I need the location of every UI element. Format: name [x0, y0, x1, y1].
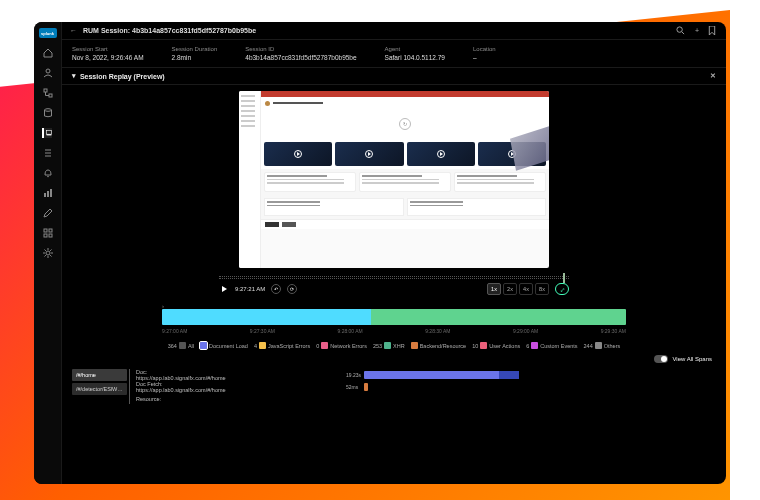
span-row[interactable]: Doc Fetch:https://app.lab0.signalfx.com/… — [136, 381, 716, 392]
legend-swatch — [480, 342, 487, 349]
svg-rect-11 — [49, 229, 52, 232]
span-tab[interactable]: /#/detector/ESlW… — [72, 383, 127, 395]
nav-user-icon[interactable] — [43, 68, 53, 78]
speed-8x[interactable]: 8x — [535, 283, 549, 295]
player-controls: 9:27:21 AM ↶ ⟳ 1x 2x 4x 8x ⤢ — [219, 283, 569, 295]
legend-count: 4 — [254, 343, 257, 349]
legend-item[interactable]: 10User Actions — [472, 342, 520, 349]
meta-agent-label: Agent — [385, 46, 445, 52]
timeline-ticks: 9:27:00 AM 9:27:30 AM 9:28:00 AM 9:28:30… — [162, 328, 626, 334]
top-bar: ← RUM Session: 4b3b14a857cc831fd5df52787… — [62, 22, 726, 40]
view-all-label: View All Spans — [672, 356, 712, 362]
tick: 9:28:30 AM — [425, 328, 450, 334]
play-button[interactable] — [219, 284, 229, 294]
legend-swatch — [321, 342, 328, 349]
speed-group: 1x 2x 4x 8x — [487, 283, 549, 295]
session-meta: Session StartNov 8, 2022, 9:26:46 AM Ses… — [62, 40, 726, 68]
span-duration: 52ms — [346, 384, 358, 390]
sidebar: splunk — [34, 22, 62, 484]
legend-swatch — [531, 342, 538, 349]
legend-item[interactable]: 6Custom Events — [526, 342, 577, 349]
fullscreen-button[interactable]: ⤢ — [555, 283, 569, 295]
legend-swatch — [411, 342, 418, 349]
meta-duration-value: 2.8min — [172, 54, 218, 61]
nav-settings-icon[interactable] — [43, 248, 53, 258]
page-title: RUM Session: 4b3b14a857cc831fd5df52787b0… — [83, 27, 256, 34]
legend-item[interactable]: 244Others — [584, 342, 621, 349]
nav-db-icon[interactable] — [43, 108, 53, 118]
section-title: Session Replay (Preview) — [80, 73, 165, 80]
nav-rum-icon[interactable] — [42, 128, 52, 138]
legend-item[interactable]: 4JavaScript Errors — [254, 342, 310, 349]
speed-1x[interactable]: 1x — [487, 283, 501, 295]
back-button[interactable]: ← — [70, 27, 77, 34]
legend-swatch — [259, 342, 266, 349]
view-all-row: View All Spans — [62, 353, 726, 365]
legend-item[interactable]: 253XHR — [373, 342, 405, 349]
tick: 9:29:30 AM — [601, 328, 626, 334]
search-icon[interactable] — [676, 26, 686, 35]
span-duration: 19.23s — [346, 372, 361, 378]
legend-item[interactable]: Backend/Resource — [411, 342, 466, 349]
scrubber-track[interactable] — [219, 276, 569, 279]
svg-rect-12 — [44, 234, 47, 237]
timeline-bar[interactable] — [162, 309, 626, 325]
legend-label: User Actions — [489, 343, 520, 349]
legend-swatch — [384, 342, 391, 349]
nav-edit-icon[interactable] — [43, 208, 53, 218]
legend-count: 6 — [526, 343, 529, 349]
meta-agent-value: Safari 104.0.5112.79 — [385, 54, 445, 61]
svg-point-0 — [46, 69, 50, 73]
legend-item[interactable]: 0Network Errors — [316, 342, 367, 349]
legend-count: 0 — [316, 343, 319, 349]
legend-count: 253 — [373, 343, 382, 349]
span-tab[interactable]: /#/home — [72, 369, 127, 381]
bookmark-icon[interactable] — [708, 26, 718, 35]
meta-start-label: Session Start — [72, 46, 144, 52]
svg-rect-13 — [49, 234, 52, 237]
legend: 364AllDocument Load4JavaScript Errors0Ne… — [62, 342, 726, 349]
plus-icon[interactable]: + — [692, 27, 702, 34]
span-label: Resource: — [136, 396, 286, 402]
span-label: Doc:https://app.lab0.signalfx.com/#/home — [136, 369, 286, 381]
legend-label: Network Errors — [330, 343, 367, 349]
view-all-toggle[interactable] — [654, 355, 668, 363]
svg-rect-4 — [46, 131, 51, 135]
meta-start-value: Nov 8, 2022, 9:26:46 AM — [72, 54, 144, 61]
nav-grid-icon[interactable] — [43, 228, 53, 238]
restart-button[interactable]: ⟳ — [287, 284, 297, 294]
svg-point-6 — [47, 176, 49, 178]
legend-item[interactable]: Document Load — [200, 342, 248, 349]
nav-list-icon[interactable] — [43, 148, 53, 158]
svg-rect-2 — [49, 94, 52, 97]
nav-bell-icon[interactable] — [43, 168, 53, 178]
svg-point-15 — [677, 27, 682, 32]
span-row[interactable]: Doc:https://app.lab0.signalfx.com/#/home… — [136, 369, 716, 380]
legend-swatch — [595, 342, 602, 349]
legend-count: 10 — [472, 343, 478, 349]
nav-home-icon[interactable] — [43, 48, 53, 58]
tick: 9:27:30 AM — [250, 328, 275, 334]
legend-label: Document Load — [209, 343, 248, 349]
nav-chart-icon[interactable] — [43, 188, 53, 198]
close-icon[interactable]: ✕ — [710, 72, 716, 80]
meta-location-value: – — [473, 54, 496, 61]
current-time: 9:27:21 AM — [235, 286, 265, 292]
section-header[interactable]: ▾ Session Replay (Preview) ✕ — [62, 68, 726, 85]
span-label: Doc Fetch:https://app.lab0.signalfx.com/… — [136, 381, 286, 393]
nav-structure-icon[interactable] — [43, 88, 53, 98]
legend-label: Others — [604, 343, 621, 349]
speed-2x[interactable]: 2x — [503, 283, 517, 295]
speed-4x[interactable]: 4x — [519, 283, 533, 295]
legend-item[interactable]: 364All — [168, 342, 194, 349]
svg-rect-1 — [44, 89, 47, 92]
brand-logo[interactable]: splunk — [39, 28, 57, 38]
span-row[interactable]: Resource: — [136, 393, 716, 404]
legend-label: XHR — [393, 343, 405, 349]
rewind-button[interactable]: ↶ — [271, 284, 281, 294]
timeline[interactable]: 9:27:00 AM 9:27:30 AM 9:28:00 AM 9:28:30… — [62, 309, 726, 334]
meta-duration-label: Session Duration — [172, 46, 218, 52]
app-window: splunk ← RUM Session: 4b3b14a857cc831fd5… — [34, 22, 726, 484]
span-bar — [364, 371, 519, 379]
replay-viewport[interactable]: ↻ — [239, 91, 549, 268]
